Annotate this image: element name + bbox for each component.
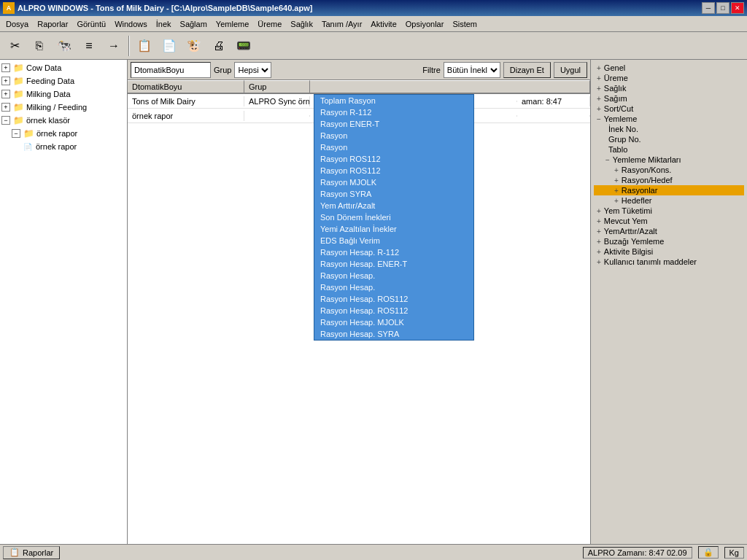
menu-item-inek[interactable]: İnek [152, 18, 176, 30]
dropdown-item[interactable]: Rasyon [314, 141, 473, 153]
dropdown-item[interactable]: Rasyon Hesap. ENER-T [314, 258, 473, 270]
right-tree-item-Hedefler[interactable]: + Hedefler [594, 195, 744, 206]
dropdown-item[interactable]: Rasyon Hesap. ROS112 [314, 305, 473, 316]
report-toolbar-button[interactable]: 📋 [133, 34, 156, 58]
right-tree-item-Tablo[interactable]: Tablo [594, 144, 744, 155]
tree-item-Milking-Data[interactable]: +📁Milking Data [1, 88, 125, 101]
right-tree-item-Buza-Yemleme[interactable]: + Buzağı Yemleme [594, 236, 744, 246]
auto-input[interactable] [131, 62, 211, 78]
dropdown-item[interactable]: EDS Bağlı Verim [314, 235, 473, 246]
menu-item-reme[interactable]: Üreme [253, 18, 286, 30]
right-tree-item-Grup-No[interactable]: Grup No. [594, 134, 744, 144]
dropdown-item[interactable]: Rasyon Hesap. ROS112 [314, 293, 473, 305]
tree-expand-icon[interactable]: + [1, 90, 10, 98]
dropdown-item[interactable]: Rasyon R-112 [314, 106, 473, 118]
cut-toolbar-button[interactable]: ✂ [3, 34, 26, 58]
right-tree-item-Kullanc-tanml-maddeler[interactable]: + Kullanıcı tanımlı maddeler [594, 257, 744, 267]
right-tree-item-RasyonHedef[interactable]: + Rasyon/Hedef [594, 175, 744, 185]
reports-button[interactable]: 📋 Raporlar [3, 546, 60, 559]
tree-expand-icon[interactable]: − [1, 116, 10, 125]
dropdown-item[interactable]: Rasyon Hesap. [314, 281, 473, 293]
filter-select[interactable]: Bütün İnekl [444, 62, 500, 78]
copy-toolbar-button[interactable]: ⎘ [28, 34, 51, 58]
right-tree-item-Rasyonlar[interactable]: + Rasyonlar [594, 185, 744, 195]
print-toolbar-button[interactable]: 🖨 [207, 34, 231, 58]
tree-item-Feeding-Data[interactable]: +📁Feeding Data [1, 74, 125, 88]
dropdown-item[interactable]: Rasyon MJOLK [314, 176, 473, 188]
tree-expand-icon[interactable]: + [1, 77, 10, 85]
menu-item-windows[interactable]: Windows [110, 18, 152, 30]
dropdown-item[interactable]: Rasyon ENER-T [314, 118, 473, 130]
tree-expand-icon[interactable]: + [1, 63, 10, 72]
right-tree-item-SortCut[interactable]: + Sort/Cut [594, 104, 744, 114]
menu-item-salk[interactable]: Sağlık [286, 18, 317, 30]
dropdown-item[interactable]: Rasyon SYRA [314, 188, 473, 200]
dropdown-item[interactable]: Rasyon Hesap. SYRA [314, 328, 473, 340]
tree-expand-icon[interactable]: + [1, 103, 10, 112]
dropdown-item[interactable]: Rasyon ROS112 [314, 153, 473, 165]
dropdown-item[interactable]: Rasyon ROS112 [314, 165, 473, 176]
right-tree-expand-icon: + [597, 207, 601, 215]
dizayn-button[interactable]: Dizayn Et [503, 62, 551, 78]
dropdown-item[interactable]: Rasyon Hesap. MJOLK [314, 316, 473, 328]
right-tree-label: Yem Tüketimi [604, 206, 652, 215]
dropdown-item[interactable]: Toplam Rasyon [314, 95, 473, 106]
right-tree-item-Yemleme-Miktarlar[interactable]: − Yemleme Miktarları [594, 155, 744, 165]
dropdown-item[interactable]: Rasyon Hesap. [314, 270, 473, 281]
minimize-button[interactable]: ─ [702, 2, 715, 14]
cow-toolbar-button[interactable]: 🐄 [53, 34, 76, 58]
right-tree-item-Genel[interactable]: + Genel [594, 63, 744, 73]
dropdown-item[interactable]: Rasyon [314, 130, 473, 141]
tree-label: Feeding Data [26, 77, 74, 85]
folder-icon: 📁 [12, 75, 24, 87]
menu-item-raporlar[interactable]: Raporlar [33, 18, 72, 30]
report2-toolbar-button[interactable]: 📄 [158, 34, 181, 58]
dropdown-item[interactable]: Yemi Azaltılan İnekler [314, 223, 473, 235]
right-tree-expand-icon: + [597, 105, 601, 113]
right-tree-item-Mevcut-Yem[interactable]: + Mevcut Yem [594, 216, 744, 226]
list-toolbar-button[interactable]: ≡ [77, 34, 101, 58]
menu-item-grnt[interactable]: Görüntü [72, 18, 110, 30]
table-cell-time2 [517, 115, 590, 117]
menu-item-salam[interactable]: Sağlam [176, 18, 212, 30]
menu-item-sistem[interactable]: Sistem [448, 18, 481, 30]
device-toolbar-button[interactable]: 📟 [232, 34, 255, 58]
menu-item-aktivite[interactable]: Aktivite [366, 18, 400, 30]
right-tree-item-Yem-Tketimi[interactable]: + Yem Tüketimi [594, 206, 744, 216]
tree-item-Cow-Data[interactable]: +📁Cow Data [1, 61, 125, 74]
arrow-toolbar-button[interactable]: → [102, 34, 125, 58]
right-tree-expand-icon: + [614, 166, 619, 174]
maximize-button[interactable]: □ [716, 2, 729, 14]
right-sidebar: + Genel+ Üreme+ Sağlık+ Sağım+ Sort/Cut−… [590, 60, 747, 544]
right-tree-label: Kullanıcı tanımlı maddeler [604, 257, 697, 266]
menu-item-dosya[interactable]: Dosya [1, 18, 33, 30]
tree-item-örnek-klasör[interactable]: −📁örnek klasör [1, 114, 125, 127]
right-tree-item-nek-No[interactable]: İnek No. [594, 124, 744, 134]
dropdown-item[interactable]: Yem Arttır/Azalt [314, 200, 473, 211]
tree-item-örnek-rapor[interactable]: 📄örnek rapor [1, 140, 125, 153]
title-controls[interactable]: ─ □ ✕ [702, 2, 744, 14]
group-select[interactable]: Hepsi [234, 62, 271, 78]
dropdown-item[interactable]: Son Dönem İnekleri [314, 211, 473, 223]
right-tree-item-Salk[interactable]: + Sağlık [594, 83, 744, 93]
dropdown-item[interactable]: Rasyon Hesap. R-112 [314, 246, 473, 258]
right-tree-item-Sam[interactable]: + Sağım [594, 93, 744, 104]
right-tree-item-Aktivite-Bilgisi[interactable]: + Aktivite Bilgisi [594, 246, 744, 257]
right-tree-label: Yemleme Miktarları [613, 155, 681, 164]
tree-item-Milking-/-Feeding[interactable]: +📁Milking / Feeding [1, 101, 125, 114]
right-tree-item-Yemleme[interactable]: − Yemleme [594, 114, 744, 124]
tree-expand-icon[interactable]: − [12, 129, 20, 138]
menu-item-yemleme[interactable]: Yemleme [212, 18, 253, 30]
right-tree-item-RasyonKons[interactable]: + Rasyon/Kons. [594, 165, 744, 175]
close-button[interactable]: ✕ [731, 2, 744, 14]
menu-item-opsiyonlar[interactable]: Opsiyonlar [401, 18, 449, 30]
menu-item-tanmayr[interactable]: Tanım /Ayır [317, 18, 366, 30]
right-tree-item-YemArttrAzalt[interactable]: + YemArttır/Azalt [594, 226, 744, 236]
cow2-toolbar-button[interactable]: 🐮 [182, 34, 206, 58]
tree-item-örnek-rapor[interactable]: −📁örnek rapor [1, 127, 125, 140]
right-tree-expand-icon: + [614, 197, 619, 205]
uygul-button[interactable]: Uygul [554, 62, 587, 78]
center-area: Grup Hepsi Filtre Bütün İnekl Dizayn Et … [128, 60, 590, 544]
right-tree-item-reme[interactable]: + Üreme [594, 73, 744, 83]
table-cell-group2 [244, 115, 310, 117]
